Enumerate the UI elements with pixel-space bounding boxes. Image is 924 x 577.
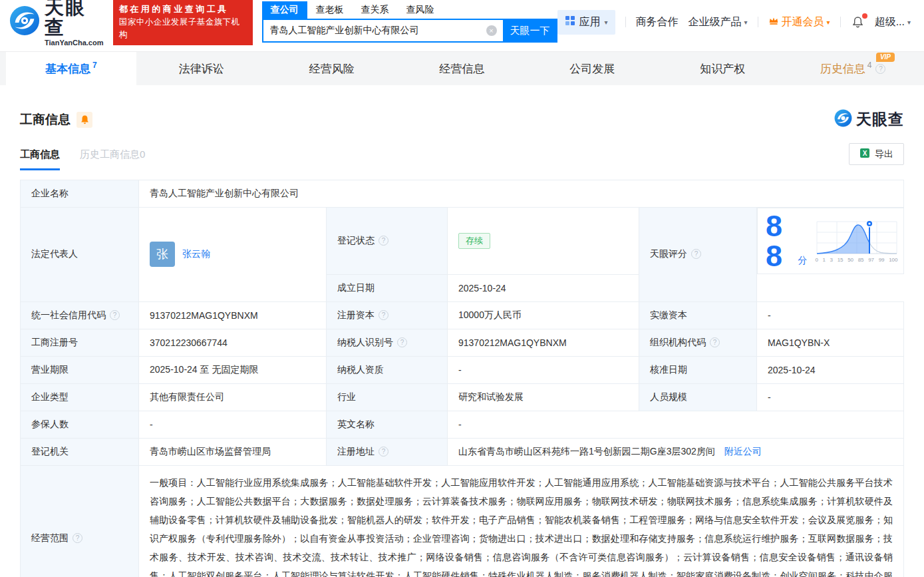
org-code-value: MAG1QYBN-X: [757, 329, 904, 356]
help-icon[interactable]: ?: [710, 337, 720, 347]
tab-operation-risk[interactable]: 经营风险: [267, 52, 397, 85]
tab-label: 经营信息: [440, 61, 485, 77]
tab-count: 7: [92, 61, 97, 70]
export-button[interactable]: X 导出: [849, 143, 904, 165]
top-header: 天眼查 TianYanCha.com 都在用的商业查询工具 国家中小企业发展子基…: [0, 0, 924, 43]
business-term-value: 2025-10-24 至 无固定期限: [139, 356, 327, 383]
tab-label: 经营风险: [309, 61, 355, 77]
apps-menu[interactable]: 应用 ▾: [557, 10, 615, 35]
help-icon[interactable]: ?: [379, 310, 388, 320]
subtab-history-business-info[interactable]: 历史工商信息0: [80, 148, 145, 170]
taxpayer-quality-value: -: [448, 356, 639, 383]
divider: [758, 17, 758, 27]
tab-operation-info[interactable]: 经营信息: [397, 52, 528, 85]
help-icon[interactable]: ?: [110, 310, 120, 320]
subtab-count: 0: [140, 148, 145, 160]
help-icon[interactable]: ?: [73, 533, 82, 543]
help-icon[interactable]: ?: [397, 337, 407, 347]
field-label: 参保人数: [21, 411, 139, 438]
tab-label: 公司发展: [569, 61, 615, 77]
logo-domain: TianYanCha.com: [45, 39, 105, 47]
chevron-down-icon: ▾: [827, 19, 830, 26]
nav-enterprise[interactable]: 企业级产品 ▾: [689, 15, 748, 29]
monitor-bell-icon[interactable]: [77, 112, 92, 128]
help-icon[interactable]: ?: [875, 64, 885, 74]
industry-value: 研究和试验发展: [448, 383, 639, 411]
table-row: 营业期限 2025-10-24 至 无固定期限 纳税人资质 - 核准日期 202…: [21, 356, 904, 383]
top-nav: 应用 ▾ 商务合作 企业级产品 ▾ 开通会员 ▾: [557, 10, 911, 35]
search-tab-relation[interactable]: 查关系: [353, 1, 398, 19]
subtab-row: 工商信息 历史工商信息0 X 导出: [20, 148, 904, 170]
table-row: 参保人数 - 英文名称 -: [21, 411, 904, 438]
nav-vip[interactable]: 开通会员 ▾: [768, 15, 830, 29]
help-icon[interactable]: ?: [379, 236, 388, 246]
subtab-current-business-info[interactable]: 工商信息: [20, 148, 60, 170]
vip-badge: VIP: [876, 53, 895, 62]
tab-legal[interactable]: 法律诉讼: [136, 52, 267, 85]
tab-intellectual-property[interactable]: 知识产权: [657, 52, 788, 85]
clear-icon[interactable]: ×: [486, 25, 497, 36]
help-icon[interactable]: ?: [379, 447, 388, 457]
apps-label: 应用: [579, 15, 601, 29]
search-button[interactable]: 天眼一下: [503, 19, 557, 43]
field-label: 登记机关: [21, 438, 139, 465]
field-label-text: 组织机构代码: [650, 337, 706, 347]
business-info-section: 工商信息 天眼查: [0, 109, 924, 577]
business-info-table: 企业名称 青岛人工智能产业创新中心有限公司 法定代表人 张 张云翰 登记状态? …: [20, 180, 904, 577]
nearby-companies-link[interactable]: 附近公司: [724, 446, 762, 457]
tab-basic-info[interactable]: 基本信息 7: [6, 52, 136, 85]
field-label-text: 注册资本: [337, 309, 375, 320]
notification-dot: [862, 13, 867, 19]
field-label: 法定代表人: [21, 208, 139, 302]
table-row: 统一社会信用代码? 91370212MAG1QYBNXM 注册资本? 10000…: [21, 301, 904, 329]
reg-address-value: 山东省青岛市崂山区科苑纬一路1号创新园二期G座3层302房间: [458, 446, 715, 457]
watermark-logo: 天眼查: [834, 109, 904, 130]
field-label: 企业类型: [21, 383, 139, 411]
export-label: 导出: [875, 148, 893, 160]
score-unit: 分: [798, 255, 808, 267]
credit-code-value: 91370212MAG1QYBNXM: [139, 301, 327, 329]
reg-status-cell: 存续: [448, 208, 639, 275]
field-label-text: 天眼评分: [650, 248, 687, 259]
promo-line1: 都在用的商业查询工具: [119, 3, 247, 16]
tianyancha-swirl-icon: [834, 109, 852, 130]
english-name-value: -: [448, 411, 904, 438]
legal-rep-link[interactable]: 张云翰: [182, 248, 210, 260]
search-tab-company[interactable]: 查公司: [262, 1, 307, 19]
table-row: 法定代表人 张 张云翰 登记状态? 存续 天眼评分? 88: [21, 208, 904, 275]
field-label: 企业名称: [21, 180, 139, 208]
avatar[interactable]: 张: [150, 242, 175, 267]
field-label: 成立日期: [327, 274, 448, 301]
tab-label: 知识产权: [700, 61, 745, 77]
field-label: 纳税人识别号?: [327, 329, 448, 356]
search-tab-risk[interactable]: 查风险: [398, 1, 443, 19]
watermark-title: 天眼查: [856, 109, 904, 130]
notification-bell[interactable]: [851, 15, 865, 29]
nav-biz-coop[interactable]: 商务合作: [636, 15, 679, 29]
search-input[interactable]: [262, 19, 503, 43]
legal-rep-cell: 张 张云翰: [139, 208, 327, 302]
reg-address-cell: 山东省青岛市崂山区科苑纬一路1号创新园二期G座3层302房间 附近公司: [448, 438, 904, 465]
nav-enterprise-label: 企业级产品: [689, 15, 742, 29]
divider: [625, 17, 626, 27]
help-icon[interactable]: ?: [691, 249, 701, 259]
tyc-score-cell[interactable]: 88 分: [757, 208, 904, 274]
field-label: 统一社会信用代码?: [21, 301, 139, 329]
svg-text:X: X: [863, 150, 867, 157]
excel-icon: X: [859, 148, 870, 160]
field-label-text: 注册地址: [337, 446, 375, 457]
nav-vip-label: 开通会员: [782, 15, 824, 29]
tab-history-info[interactable]: 历史信息 4 ? VIP: [788, 52, 918, 85]
reg-capital-value: 10000万人民币: [448, 301, 639, 329]
field-label-text: 纳税人识别号: [337, 337, 393, 347]
company-name-value: 青岛人工智能产业创新中心有限公司: [139, 180, 904, 208]
field-label: 纳税人资质: [327, 356, 448, 383]
search-tab-boss[interactable]: 查老板: [307, 1, 353, 19]
taxpayer-id-value: 91370212MAG1QYBNXM: [448, 329, 639, 356]
tianyancha-logo[interactable]: 天眼查 TianYanCha.com: [9, 0, 105, 47]
tab-company-development[interactable]: 公司发展: [527, 52, 657, 85]
reg-number-value: 370212230667744: [139, 329, 327, 356]
nav-account[interactable]: 超级... ▾: [875, 15, 911, 29]
table-row: 工商注册号 370212230667744 纳税人识别号? 91370212MA…: [21, 329, 904, 356]
page-title: 工商信息: [20, 111, 71, 128]
